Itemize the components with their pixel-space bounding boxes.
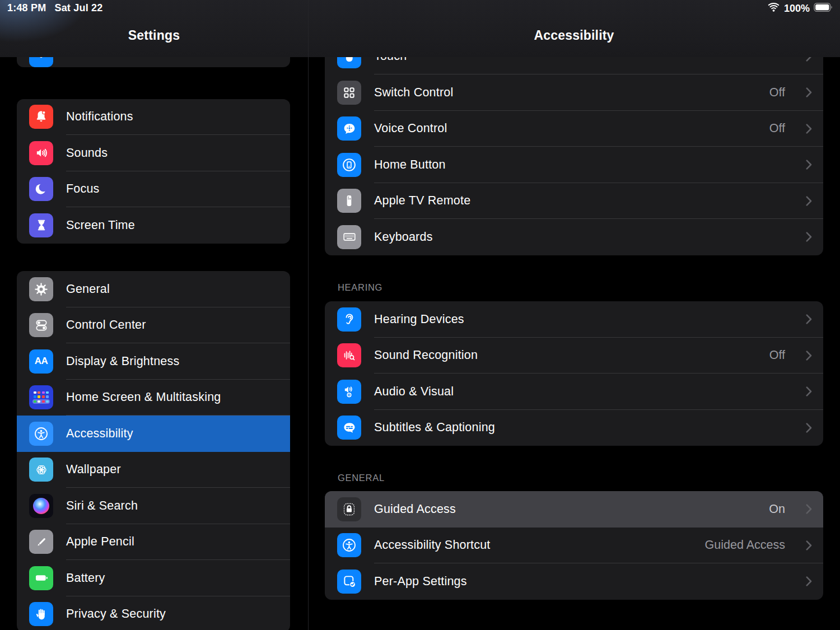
row-focus[interactable]: Focus: [17, 171, 290, 208]
row-switch-control[interactable]: Switch ControlOff: [325, 74, 823, 111]
row-keyboards[interactable]: Keyboards: [325, 219, 823, 255]
row-value: Off: [769, 86, 785, 100]
row-label: Hearing Devices: [374, 312, 464, 326]
wifi-icon: [767, 2, 780, 15]
row-label: Subtitles & Captioning: [374, 421, 495, 435]
row-label: Battery: [66, 571, 105, 585]
section-physical-motor: TouchSwitch ControlOffVoice ControlOffHo…: [325, 39, 823, 255]
app-check-icon: [337, 570, 361, 594]
pane-divider: [308, 0, 309, 630]
row-siri-search[interactable]: Siri & Search: [17, 488, 290, 524]
row-subtitles-captioning[interactable]: Subtitles & Captioning: [325, 410, 823, 446]
section-header-general: GENERAL: [338, 473, 385, 483]
row-label: Sound Recognition: [374, 348, 478, 362]
siri-orb-icon: [29, 494, 53, 518]
row-general[interactable]: General: [17, 271, 290, 307]
section-header-hearing: HEARING: [338, 282, 382, 293]
toggles-icon: [29, 313, 53, 337]
row-label: Display & Brightness: [66, 354, 179, 368]
row-control-center[interactable]: Control Center: [17, 307, 290, 344]
sidebar-group-notifications: NotificationsSoundsFocusScreen Time: [17, 99, 290, 244]
row-label: Audio & Visual: [374, 385, 454, 399]
row-value: Off: [769, 348, 785, 362]
chevron-right-icon: [806, 540, 812, 550]
app-grid-icon: [29, 385, 53, 409]
chevron-right-icon: [806, 386, 812, 396]
battery-full-icon: [814, 2, 833, 15]
row-label: Control Center: [66, 318, 146, 332]
chevron-right-icon: [806, 87, 812, 97]
row-label: Screen Time: [66, 218, 135, 232]
row-display-brightness[interactable]: AADisplay & Brightness: [17, 343, 290, 380]
section-hearing: Hearing DevicesSound RecognitionOffAudio…: [325, 301, 823, 446]
row-accessibility-shortcut[interactable]: Accessibility ShortcutGuided Access: [325, 528, 823, 564]
row-label: Notifications: [66, 110, 133, 124]
guided-access-lock-icon: [337, 497, 361, 521]
speaker-waves-icon: [29, 141, 53, 165]
row-accessibility[interactable]: Accessibility: [17, 416, 290, 452]
row-value: Off: [769, 122, 785, 136]
row-label: Sounds: [66, 146, 108, 160]
moon-icon: [29, 177, 53, 201]
row-apple-tv-remote[interactable]: Apple TV Remote: [325, 183, 823, 220]
chevron-right-icon: [806, 504, 812, 514]
ipad-settings-screen: NotificationsSoundsFocusScreen Time Gene…: [0, 0, 840, 630]
flower-icon: [29, 458, 53, 482]
row-voice-control[interactable]: Voice ControlOff: [325, 111, 823, 147]
chevron-right-icon: [806, 160, 812, 170]
sidebar-group-general: GeneralControl CenterAADisplay & Brightn…: [17, 271, 290, 630]
accessibility-icon: [29, 422, 53, 446]
page-title: Accessibility: [308, 28, 840, 43]
bell-icon: [29, 105, 53, 129]
row-guided-access[interactable]: Guided AccessOn: [325, 491, 823, 528]
row-per-app-settings[interactable]: Per-App Settings: [325, 563, 823, 600]
chevron-right-icon: [806, 576, 812, 586]
row-privacy-security[interactable]: Privacy & Security: [17, 596, 290, 630]
switch-grid-icon: [337, 81, 361, 105]
row-label: Keyboards: [374, 230, 433, 244]
row-sound-recognition[interactable]: Sound RecognitionOff: [325, 338, 823, 374]
hand-icon: [29, 602, 53, 626]
row-label: Focus: [66, 182, 100, 196]
row-sounds[interactable]: Sounds: [17, 135, 290, 171]
chevron-right-icon: [806, 351, 812, 361]
row-label: Apple Pencil: [66, 535, 134, 549]
chevron-right-icon: [806, 314, 812, 324]
chevron-right-icon: [806, 196, 812, 206]
row-label: Privacy & Security: [66, 607, 166, 621]
row-hearing-devices[interactable]: Hearing Devices: [325, 301, 823, 338]
keyboard-icon: [337, 225, 361, 249]
tv-remote-icon: [337, 189, 361, 213]
voice-bubble-icon: [337, 116, 361, 141]
hourglass-icon: [29, 213, 53, 237]
row-value: On: [769, 502, 785, 516]
home-button-icon: [337, 153, 361, 177]
gear-icon: [29, 277, 53, 301]
row-notifications[interactable]: Notifications: [17, 99, 290, 136]
accessibility-icon: [337, 533, 361, 557]
captions-bubble-icon: [337, 416, 361, 440]
row-label: General: [66, 282, 110, 296]
row-home-button[interactable]: Home Button: [325, 147, 823, 183]
waveform-magnifier-icon: [337, 343, 361, 367]
row-home-screen-multitasking[interactable]: Home Screen & Multitasking: [17, 380, 290, 416]
row-label: Wallpaper: [66, 463, 121, 477]
text-size-icon: AA: [29, 349, 53, 374]
pencil-icon: [29, 530, 53, 554]
row-apple-pencil[interactable]: Apple Pencil: [17, 524, 290, 561]
row-value: Guided Access: [705, 538, 785, 552]
row-battery[interactable]: Battery: [17, 560, 290, 596]
speaker-eye-icon: [337, 380, 361, 404]
status-time: 1:48 PM: [7, 2, 46, 14]
row-label: Home Screen & Multitasking: [66, 390, 221, 404]
row-label: Voice Control: [374, 122, 447, 136]
row-label: Guided Access: [374, 502, 456, 516]
navigation-bar: 1:48 PM Sat Jul 22 100%: [0, 0, 840, 57]
row-label: Apple TV Remote: [374, 194, 470, 208]
row-audio-visual[interactable]: Audio & Visual: [325, 374, 823, 410]
status-bar-right: 100%: [767, 2, 833, 15]
section-general: Guided AccessOnAccessibility ShortcutGui…: [325, 491, 823, 600]
row-wallpaper[interactable]: Wallpaper: [17, 452, 290, 488]
row-screen-time[interactable]: Screen Time: [17, 207, 290, 244]
chevron-right-icon: [806, 423, 812, 433]
